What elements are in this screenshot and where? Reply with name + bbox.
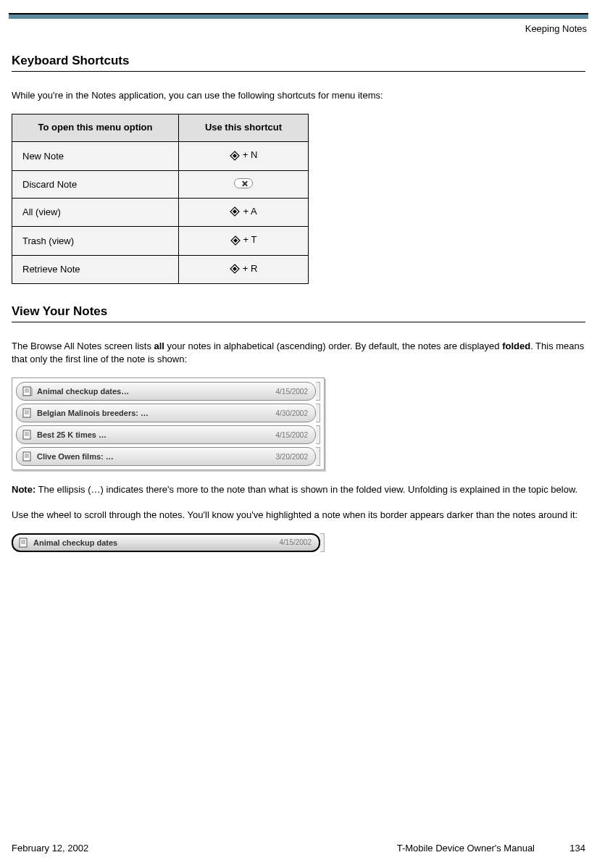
table-header-menu: To open this menu option [12, 114, 179, 142]
list-item: Belgian Malinois breeders: … 4/30/2002 [16, 404, 320, 422]
section-heading-shortcuts: Keyboard Shortcuts [12, 54, 585, 72]
svg-rect-20 [23, 452, 30, 461]
shortcut-key: + N [243, 149, 258, 160]
shortcut-cell: + N [179, 142, 309, 171]
header-bar [9, 13, 588, 19]
selected-note-screenshot: Animal checkup dates 4/15/2002 [12, 533, 325, 552]
shortcut-key: + R [243, 263, 258, 274]
svg-rect-12 [23, 409, 30, 417]
note-date: 4/15/2002 [276, 388, 309, 396]
table-row: All (view) + A [12, 198, 309, 227]
note-icon [22, 451, 33, 462]
note-icon [22, 430, 33, 440]
diamond-icon [230, 264, 238, 272]
note-paragraph: Note: The ellipsis (…) indicates there's… [12, 483, 585, 496]
svg-rect-24 [20, 538, 27, 547]
shortcut-cell: + R [179, 255, 309, 284]
note-icon [22, 408, 33, 418]
note-title: Animal checkup dates… [37, 387, 272, 396]
note-date: 4/15/2002 [280, 538, 312, 546]
section-heading-view: View Your Notes [12, 304, 585, 322]
table-row: Trash (view) + T [12, 227, 309, 256]
diamond-icon [230, 235, 239, 244]
list-item: Best 25 K times … 4/15/2002 [16, 425, 320, 444]
diamond-icon [230, 151, 238, 159]
scrollbar-nub [316, 425, 320, 444]
shortcut-cell: + A [179, 198, 309, 227]
menu-option: Retrieve Note [12, 255, 179, 284]
note-date: 3/20/2002 [276, 453, 309, 461]
table-row: Retrieve Note + R [12, 255, 309, 284]
scrollbar-nub [320, 533, 325, 552]
footer-page: 134 [556, 843, 585, 854]
menu-option: Discard Note [12, 170, 179, 198]
svg-rect-16 [23, 430, 30, 439]
note-icon [19, 538, 29, 548]
footer-manual: T-Mobile Device Owner's Manual [273, 843, 556, 854]
table-row: Discard Note [12, 170, 309, 198]
menu-option: New Note [12, 142, 179, 171]
note-title: Clive Owen films: … [37, 452, 272, 461]
chapter-title: Keeping Notes [525, 23, 587, 34]
section-intro: While you're in the Notes application, y… [12, 89, 585, 102]
scrollbar-nub [316, 447, 320, 466]
shortcut-key: + T [243, 234, 257, 245]
diamond-icon [230, 206, 238, 215]
menu-option: Trash (view) [12, 227, 179, 256]
note-icon [22, 386, 33, 396]
shortcuts-table: To open this menu option Use this shortc… [12, 114, 309, 284]
shortcut-key: + A [243, 206, 256, 217]
list-item: Animal checkup dates… 4/15/2002 [16, 382, 320, 401]
page-footer: February 12, 2002 T-Mobile Device Owner'… [12, 843, 585, 854]
footer-date: February 12, 2002 [12, 843, 273, 854]
note-date: 4/30/2002 [276, 409, 309, 417]
table-header-shortcut: Use this shortcut [179, 114, 309, 142]
note-title: Belgian Malinois breeders: … [37, 409, 272, 417]
note-date: 4/15/2002 [276, 431, 309, 439]
shortcut-cell [179, 170, 309, 198]
scrollbar-nub [316, 382, 320, 401]
shortcut-cell: + T [179, 227, 309, 256]
note-title: Best 25 K times … [37, 430, 272, 439]
view-intro-paragraph: The Browse All Notes screen lists all yo… [12, 340, 585, 366]
svg-rect-8 [23, 387, 30, 396]
scrollbar-nub [316, 404, 320, 422]
note-title: Animal checkup dates [33, 538, 275, 547]
menu-option: All (view) [12, 198, 179, 227]
discard-icon [234, 178, 253, 188]
wheel-paragraph: Use the wheel to scroll through the note… [12, 509, 585, 522]
table-row: New Note + N [12, 142, 309, 171]
notes-list-screenshot: Animal checkup dates… 4/15/2002 Belgian … [12, 377, 325, 470]
list-item-selected: Animal checkup dates 4/15/2002 [12, 533, 325, 552]
list-item: Clive Owen films: … 3/20/2002 [16, 447, 320, 466]
